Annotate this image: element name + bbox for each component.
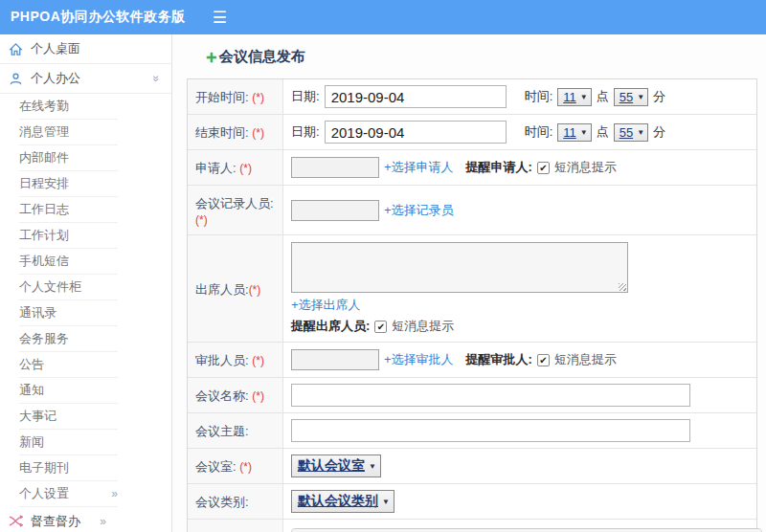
sms-hint-label: 短消息提示 [554, 351, 617, 368]
minute-unit: 分 [653, 123, 665, 141]
sidebar-item-work-plan[interactable]: 工作计划 [19, 223, 118, 249]
page-title: + 会议信息发布 [206, 48, 766, 66]
required-mark: (*) [239, 162, 252, 175]
sidebar-item-message-management[interactable]: 消息管理 [19, 120, 118, 145]
hour-unit: 点 [597, 123, 609, 141]
choose-recorder-link[interactable]: +选择记录员 [384, 202, 454, 219]
field-label: 会议类别: [188, 484, 283, 519]
choose-attendees-link[interactable]: +选择出席人 [291, 297, 361, 314]
chevron-down-icon: » [150, 76, 164, 82]
sidebar-submenu: 在线考勤 消息管理 内部邮件 日程安排 工作日志 工作计划 手机短信 个人文件柜… [0, 94, 171, 507]
field-label: 申请人: (*) [188, 150, 283, 185]
form-row-meeting-subject: 会议主题: [188, 413, 756, 449]
required-mark: (*) [252, 126, 264, 140]
form-row-meeting-category: 会议类别: 默认会议类别 ▼ [188, 484, 756, 520]
meeting-room-select[interactable]: 默认会议室 ▼ [291, 454, 381, 477]
form-row-recorder: 会议记录人员: (*) +选择记录员 [188, 186, 756, 235]
applicant-input[interactable] [291, 157, 379, 178]
meeting-name-input[interactable] [291, 384, 690, 407]
start-minute-select[interactable]: 55 ▼ [614, 88, 648, 106]
sidebar-item-memorabilia[interactable]: 大事记 [19, 404, 118, 430]
sidebar-item-desktop[interactable]: 个人桌面 [0, 34, 171, 64]
field-label: 会议室: (*) [188, 449, 283, 483]
start-hour-select[interactable]: 11 ▼ [557, 88, 591, 106]
sidebar: 个人桌面 个人办公 » 在线考勤 消息管理 内部邮件 日程安排 工作日志 工作计… [0, 34, 172, 532]
field-label: 会议名称: (*) [188, 378, 283, 412]
sms-hint-label: 短消息提示 [392, 318, 454, 335]
sidebar-item-work-log[interactable]: 工作日志 [19, 197, 118, 223]
app-header: PHPOA协同办公软件政务版 ☰ [0, 0, 766, 34]
end-date-input[interactable] [325, 121, 507, 144]
attendees-textarea[interactable] [291, 242, 628, 293]
sidebar-item-personal-office[interactable]: 个人办公 » [0, 64, 171, 94]
dropdown-arrow-icon: ▼ [637, 93, 644, 101]
end-hour-select[interactable]: 11 ▼ [557, 123, 591, 142]
remind-approver-label: 提醒审批人: [466, 351, 532, 368]
main-content: + 会议信息发布 开始时间: (*) 日期: 时间: 11 ▼ 点 [172, 34, 766, 532]
hamburger-menu-icon[interactable]: ☰ [213, 10, 227, 26]
field-label: 开始时间: (*) [188, 79, 283, 114]
approver-input[interactable] [291, 349, 379, 370]
sidebar-item-announcements[interactable]: 公告 [19, 352, 118, 378]
required-mark: (*) [252, 354, 264, 367]
required-mark: (*) [195, 213, 208, 227]
app-title: PHPOA协同办公软件政务版 [0, 9, 186, 26]
form-row-start-time: 开始时间: (*) 日期: 时间: 11 ▼ 点 55 ▼ [188, 79, 756, 115]
remind-attendees-label: 提醒出席人员: [291, 318, 370, 335]
sidebar-item-supervision[interactable]: 督查督办 » [0, 507, 171, 532]
remind-applicant-label: 提醒申请人: [466, 159, 532, 176]
home-icon [9, 42, 23, 56]
rich-text-editor: HTML ↶ ↷ B I U A ABC X² X₂ [291, 528, 762, 532]
form-row-content-editor: HTML ↶ ↷ B I U A ABC X² X₂ [188, 520, 756, 532]
sidebar-item-schedule[interactable]: 日程安排 [19, 171, 118, 197]
required-mark: (*) [252, 91, 264, 104]
form-row-meeting-name: 会议名称: (*) [188, 378, 756, 413]
chevron-right-icon: » [111, 481, 118, 506]
start-date-input[interactable] [325, 85, 507, 108]
form-row-attendees: 出席人员: (*) +选择出席人 提醒出席人员: ✔ 短消息提示 [188, 235, 756, 343]
sidebar-item-file-cabinet[interactable]: 个人文件柜 [19, 275, 118, 300]
sidebar-item-label: 个人设置 [19, 481, 69, 506]
sidebar-item-contacts[interactable]: 通讯录 [19, 300, 118, 326]
field-label: 会议主题: [188, 413, 283, 448]
user-icon [9, 72, 23, 86]
sidebar-item-notices[interactable]: 通知 [19, 378, 118, 404]
recorder-input[interactable] [291, 200, 379, 221]
dropdown-arrow-icon: ▼ [382, 498, 390, 506]
form-row-meeting-room: 会议室: (*) 默认会议室 ▼ [188, 449, 756, 484]
end-minute-select[interactable]: 55 ▼ [614, 123, 648, 142]
form-row-applicant: 申请人: (*) +选择申请人 提醒申请人: ✔ 短消息提示 [188, 150, 756, 186]
meeting-subject-input[interactable] [291, 419, 690, 442]
sidebar-item-mobile-sms[interactable]: 手机短信 [19, 249, 118, 275]
choose-applicant-link[interactable]: +选择申请人 [384, 159, 454, 176]
sms-hint-label: 短消息提示 [554, 159, 617, 176]
remind-applicant-checkbox[interactable]: ✔ [537, 162, 550, 174]
remind-attendees-checkbox[interactable]: ✔ [374, 321, 387, 333]
sidebar-item-meeting-services[interactable]: 会务服务 [19, 326, 118, 352]
meeting-form: 开始时间: (*) 日期: 时间: 11 ▼ 点 55 ▼ [187, 78, 757, 532]
meeting-category-select[interactable]: 默认会议类别 ▼ [291, 490, 394, 513]
time-caption: 时间: [525, 88, 553, 105]
chevron-right-icon: » [100, 515, 106, 528]
required-mark: (*) [239, 460, 252, 474]
time-caption: 时间: [525, 123, 553, 141]
sidebar-item-online-attendance[interactable]: 在线考勤 [19, 94, 118, 120]
dropdown-arrow-icon: ▼ [637, 128, 644, 137]
sidebar-item-news[interactable]: 新闻 [19, 430, 118, 455]
dropdown-arrow-icon: ▼ [580, 128, 588, 137]
sidebar-item-label: 个人办公 [31, 70, 80, 87]
shuffle-icon [9, 515, 23, 527]
field-label: 结束时间: (*) [188, 115, 283, 149]
sidebar-item-personal-settings[interactable]: 个人设置 » [19, 481, 118, 507]
date-caption: 日期: [291, 123, 320, 141]
dropdown-arrow-icon: ▼ [369, 462, 376, 471]
required-mark: (*) [249, 283, 261, 297]
sidebar-item-internal-mail[interactable]: 内部邮件 [19, 145, 118, 171]
minute-unit: 分 [653, 88, 665, 105]
sidebar-item-e-journal[interactable]: 电子期刊 [19, 455, 118, 481]
field-label-empty [188, 520, 283, 532]
field-label: 出席人员: (*) [188, 235, 283, 342]
sidebar-item-label: 个人桌面 [31, 40, 80, 57]
choose-approver-link[interactable]: +选择审批人 [384, 351, 454, 368]
remind-approver-checkbox[interactable]: ✔ [537, 354, 550, 366]
